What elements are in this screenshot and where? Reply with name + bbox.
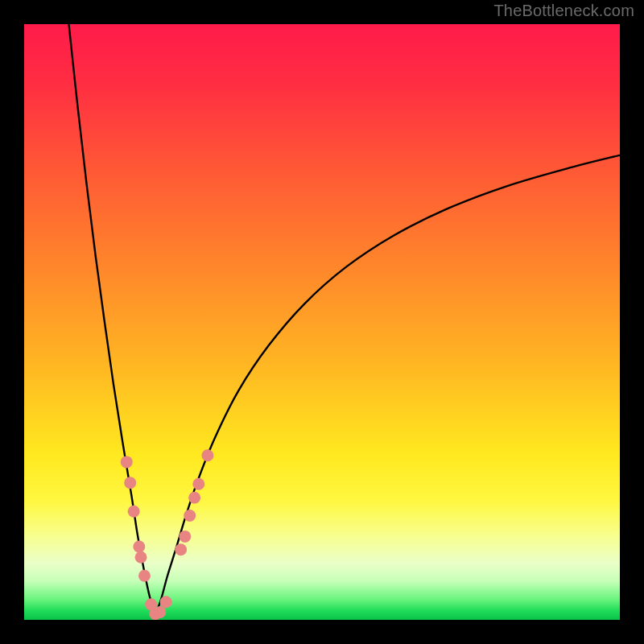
background-gradient — [24, 24, 620, 620]
svg-rect-0 — [24, 24, 620, 620]
watermark-text: TheBottleneck.com — [493, 2, 634, 20]
chart-frame: TheBottleneck.com — [0, 0, 644, 644]
plot-area — [24, 24, 620, 620]
